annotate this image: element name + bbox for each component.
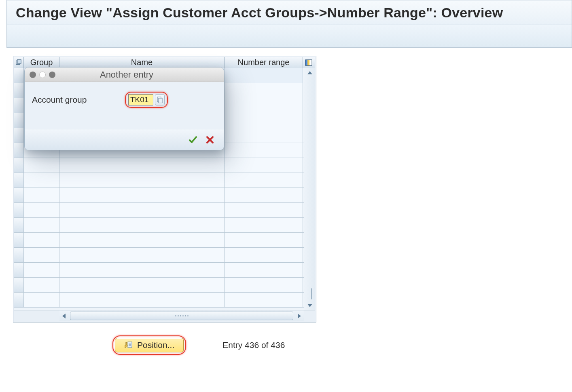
chevron-up-icon <box>307 71 312 74</box>
scroll-right-button[interactable] <box>295 310 304 321</box>
cell-number-range[interactable] <box>225 68 303 83</box>
svg-rect-12 <box>159 98 162 103</box>
vertical-scroll-thumb[interactable] <box>311 288 312 299</box>
page-title-bar: Change View "Assign Customer Acct Groups… <box>6 0 572 25</box>
table-header: Group Name Number range <box>14 57 315 68</box>
scroll-left-button[interactable] <box>59 310 68 321</box>
table-row[interactable] <box>14 248 304 263</box>
check-icon <box>188 135 198 145</box>
table-row[interactable] <box>14 203 304 218</box>
svg-rect-4 <box>307 60 309 65</box>
table-row[interactable] <box>14 263 304 278</box>
svg-rect-5 <box>309 60 312 65</box>
position-icon <box>124 341 133 350</box>
column-header-name[interactable]: Name <box>59 57 225 68</box>
chevron-right-icon <box>298 314 301 318</box>
table-row[interactable] <box>14 188 304 203</box>
callout-account-group-input <box>125 92 168 108</box>
chevron-down-icon <box>307 304 312 307</box>
scroll-up-button[interactable] <box>304 68 315 77</box>
table-row[interactable] <box>14 278 304 293</box>
horizontal-scroll-track[interactable] <box>68 310 295 321</box>
table-row[interactable] <box>14 173 304 188</box>
cancel-icon <box>205 135 214 144</box>
position-button-label: Position... <box>137 340 174 350</box>
configure-columns-button[interactable] <box>303 57 314 68</box>
horizontal-scrollbar[interactable] <box>14 310 304 321</box>
window-zoom-button[interactable] <box>49 72 55 78</box>
another-entry-dialog: Another entry Account group <box>24 67 224 150</box>
column-header-number-range[interactable]: Number range <box>225 57 303 68</box>
select-all-icon <box>16 59 22 66</box>
row-selector[interactable] <box>14 68 24 83</box>
column-header-group[interactable]: Group <box>24 57 59 68</box>
cancel-button[interactable] <box>204 134 216 145</box>
configure-columns-icon <box>305 59 312 66</box>
value-help-button[interactable] <box>155 94 165 105</box>
application-toolbar <box>6 25 572 48</box>
table-row[interactable] <box>14 218 304 233</box>
vertical-scrollbar[interactable] <box>304 68 315 310</box>
page-title: Change View "Assign Customer Acct Groups… <box>16 5 503 21</box>
account-group-label: Account group <box>32 95 117 105</box>
chevron-left-icon <box>62 314 66 318</box>
window-close-button[interactable] <box>30 72 36 78</box>
value-help-icon <box>157 97 163 103</box>
account-group-input[interactable] <box>128 94 153 105</box>
window-minimize-button[interactable] <box>39 72 46 78</box>
entry-counter: Entry 436 of 436 <box>222 340 285 350</box>
svg-rect-7 <box>128 342 132 348</box>
svg-rect-1 <box>17 59 21 63</box>
scroll-down-button[interactable] <box>304 301 315 310</box>
table-row[interactable] <box>14 158 304 173</box>
confirm-button[interactable] <box>187 134 199 145</box>
dialog-title: Another entry <box>59 70 219 80</box>
dialog-titlebar[interactable]: Another entry <box>25 67 224 82</box>
callout-position-button: Position... <box>112 335 186 355</box>
position-button[interactable]: Position... <box>115 338 184 352</box>
svg-rect-3 <box>305 60 307 65</box>
table-row[interactable] <box>14 233 304 248</box>
table-row[interactable] <box>14 293 304 308</box>
dialog-footer <box>25 129 224 150</box>
select-all-header[interactable] <box>14 57 24 68</box>
horizontal-scroll-thumb[interactable] <box>70 312 293 320</box>
